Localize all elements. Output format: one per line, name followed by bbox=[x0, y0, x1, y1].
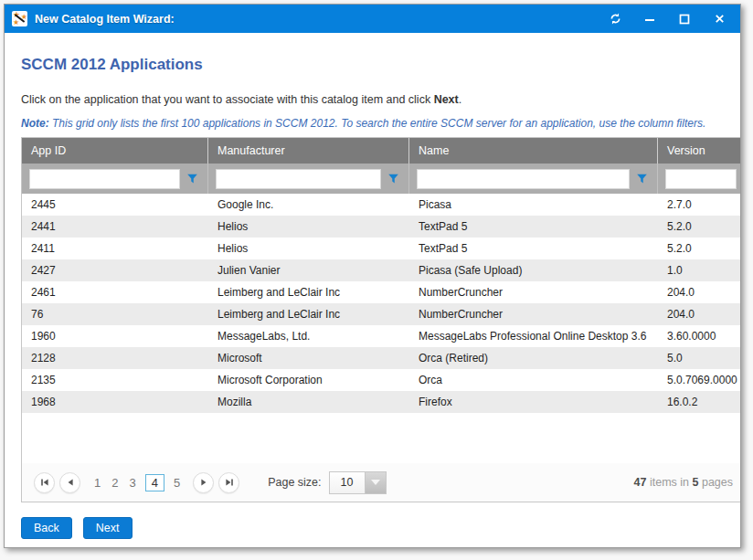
refresh-icon[interactable] bbox=[607, 11, 623, 27]
table-row[interactable]: 1960MessageLabs, Ltd.MessageLabs Profess… bbox=[22, 325, 741, 347]
last-page-button[interactable] bbox=[218, 472, 239, 493]
wizard-app-icon: ★ ★ ★ bbox=[12, 11, 27, 26]
table-row[interactable]: 1968MozillaFirefox16.0.2 bbox=[22, 391, 741, 413]
table-cell: NumberCruncher bbox=[409, 303, 658, 325]
table-cell: Leimberg and LeClair Inc bbox=[208, 281, 409, 303]
table-cell: Julien Vanier bbox=[208, 259, 409, 281]
table-cell: 16.0.2 bbox=[658, 391, 741, 413]
table-cell: Firefox bbox=[409, 391, 658, 413]
page-size-value: 10 bbox=[330, 472, 365, 493]
table-cell: 1968 bbox=[22, 391, 208, 413]
grid-header: App ID Manufacturer Name Version bbox=[22, 138, 741, 164]
table-cell: Orca bbox=[409, 369, 658, 391]
filter-funnel-icon[interactable] bbox=[381, 164, 405, 194]
minimize-icon[interactable] bbox=[642, 11, 658, 27]
column-header-version[interactable]: Version bbox=[658, 138, 741, 164]
table-cell: Helios bbox=[208, 238, 409, 259]
close-icon[interactable] bbox=[711, 11, 727, 27]
page-number[interactable]: 2 bbox=[111, 476, 118, 490]
table-cell: 204.0 bbox=[658, 281, 741, 303]
page-number[interactable]: 1 bbox=[94, 476, 101, 490]
grid-filter-row bbox=[22, 164, 741, 194]
table-row[interactable]: 2411HeliosTextPad 55.2.0 bbox=[22, 238, 741, 259]
table-cell: 2445 bbox=[22, 194, 208, 216]
table-row[interactable]: 2461Leimberg and LeClair IncNumberCrunch… bbox=[22, 281, 741, 303]
page-size-label: Page size: bbox=[268, 476, 321, 489]
page-number[interactable]: 5 bbox=[174, 476, 180, 490]
column-header-name[interactable]: Name bbox=[409, 138, 658, 164]
table-row[interactable]: 2445Google Inc.Picasa2.7.0 bbox=[22, 194, 741, 216]
table-cell: MessageLabs, Ltd. bbox=[208, 325, 409, 347]
table-cell: 5.2.0 bbox=[658, 238, 741, 259]
page-title: SCCM 2012 Applications bbox=[21, 56, 740, 74]
filter-input-version[interactable] bbox=[665, 169, 737, 189]
filter-funnel-icon[interactable] bbox=[180, 164, 204, 194]
table-row[interactable]: 2441HeliosTextPad 55.2.0 bbox=[22, 216, 741, 238]
current-page-number[interactable]: 4 bbox=[145, 474, 164, 491]
table-cell: Picasa (Safe Upload) bbox=[409, 259, 658, 281]
first-page-button[interactable] bbox=[34, 472, 55, 493]
dropdown-arrow-icon[interactable] bbox=[365, 472, 386, 493]
grid-pager: 12345 Page size: 10 47 items in 5 pages bbox=[22, 463, 741, 502]
previous-page-button[interactable] bbox=[59, 472, 80, 493]
table-cell: 2461 bbox=[22, 281, 208, 303]
filter-input-manufacturer[interactable] bbox=[216, 169, 381, 189]
table-cell: MessageLabs Professional Online Desktop … bbox=[409, 325, 658, 347]
applications-grid: App ID Manufacturer Name Version bbox=[21, 137, 741, 502]
table-cell: Mozilla bbox=[208, 391, 409, 413]
page-size-dropdown[interactable]: 10 bbox=[329, 471, 387, 494]
table-cell: 5.2.0 bbox=[658, 216, 741, 238]
table-cell: Microsoft bbox=[208, 347, 409, 369]
table-cell: TextPad 5 bbox=[409, 216, 658, 238]
table-row[interactable]: 76Leimberg and LeClair IncNumberCruncher… bbox=[22, 303, 741, 325]
table-cell: 2411 bbox=[22, 238, 208, 259]
table-cell: 2135 bbox=[22, 369, 208, 391]
maximize-icon[interactable] bbox=[676, 11, 693, 27]
table-cell: Picasa bbox=[409, 194, 658, 216]
filter-input-app-id[interactable] bbox=[29, 169, 180, 189]
instruction-text: Click on the application that you want t… bbox=[21, 93, 740, 106]
table-cell: 2.7.0 bbox=[658, 194, 741, 216]
table-cell: 1.0 bbox=[658, 259, 741, 281]
table-cell: 204.0 bbox=[658, 303, 741, 325]
table-row[interactable]: 2427Julien VanierPicasa (Safe Upload)1.0 bbox=[22, 259, 741, 281]
table-cell: TextPad 5 bbox=[409, 238, 658, 259]
table-cell: 5.0 bbox=[658, 347, 741, 369]
table-cell: 2441 bbox=[22, 216, 208, 238]
page-number[interactable]: 3 bbox=[129, 476, 135, 490]
filter-input-name[interactable] bbox=[417, 169, 630, 189]
table-cell: Leimberg and LeClair Inc bbox=[208, 303, 409, 325]
table-cell: Microsoft Corporation bbox=[208, 369, 409, 391]
table-cell: 76 bbox=[22, 303, 208, 325]
column-header-app-id[interactable]: App ID bbox=[22, 138, 208, 164]
back-button[interactable]: Back bbox=[21, 517, 72, 539]
column-header-manufacturer[interactable]: Manufacturer bbox=[208, 138, 409, 164]
table-cell: 5.0.7069.0000 bbox=[658, 369, 741, 391]
footer: Back Next bbox=[21, 517, 740, 539]
filter-funnel-icon[interactable] bbox=[737, 164, 741, 194]
table-cell: 2128 bbox=[22, 347, 208, 369]
table-row[interactable]: 2128MicrosoftOrca (Retired)5.0 bbox=[22, 347, 741, 369]
table-cell: NumberCruncher bbox=[409, 281, 658, 303]
table-cell: Google Inc. bbox=[208, 194, 409, 216]
grid-body: 2445Google Inc.Picasa2.7.02441HeliosText… bbox=[22, 194, 741, 463]
table-cell: Orca (Retired) bbox=[409, 347, 658, 369]
pager-status: 47 items in 5 pages bbox=[634, 476, 741, 489]
window-title: New Catalog Item Wizard: bbox=[35, 13, 175, 26]
titlebar[interactable]: ★ ★ ★ New Catalog Item Wizard: bbox=[5, 5, 740, 33]
next-button[interactable]: Next bbox=[83, 517, 133, 539]
next-page-button[interactable] bbox=[193, 472, 214, 493]
table-cell: Helios bbox=[208, 216, 409, 238]
page-number-list: 12345 bbox=[89, 474, 186, 491]
table-cell: 3.60.0000 bbox=[658, 325, 741, 347]
table-cell: 2427 bbox=[22, 259, 208, 281]
table-cell: 1960 bbox=[22, 325, 208, 347]
filter-funnel-icon[interactable] bbox=[630, 164, 653, 194]
note-text: Note: This grid only lists the first 100… bbox=[21, 117, 740, 130]
wizard-dialog: ★ ★ ★ New Catalog Item Wizard: bbox=[4, 4, 741, 548]
table-row[interactable]: 2135Microsoft CorporationOrca5.0.7069.00… bbox=[22, 369, 741, 391]
